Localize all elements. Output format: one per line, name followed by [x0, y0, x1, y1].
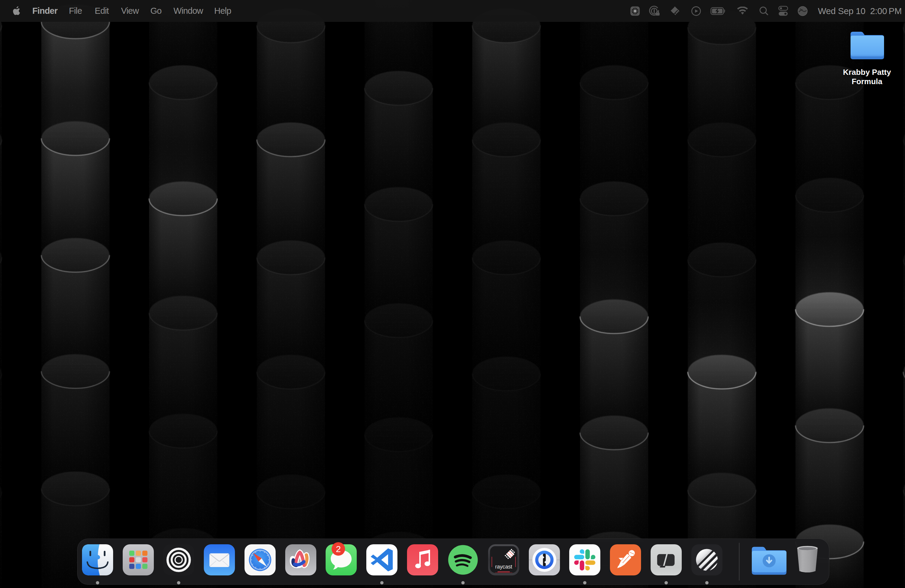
svg-text:raycast: raycast	[495, 564, 512, 570]
